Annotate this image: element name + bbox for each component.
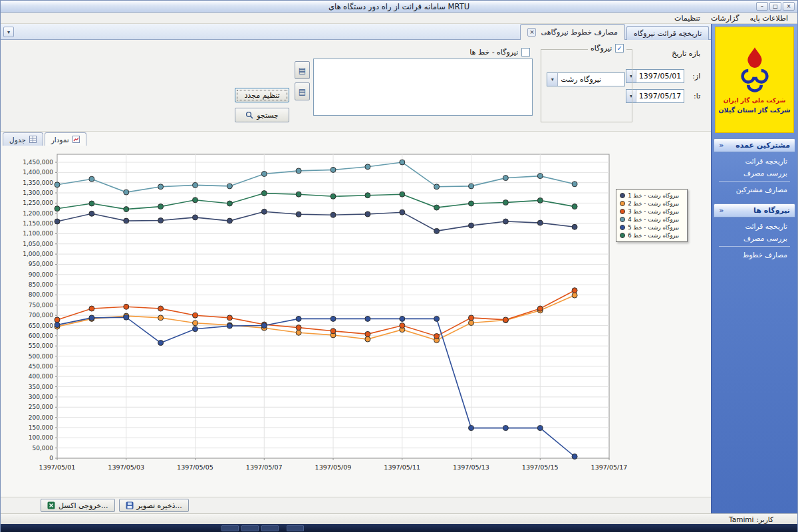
checkbox-checked-icon[interactable]: ✓ (615, 44, 624, 53)
reset-button[interactable]: تنظیم مجدد (235, 88, 289, 102)
taskbar-item[interactable] (221, 525, 239, 531)
svg-text:200,000: 200,000 (29, 414, 53, 421)
tab-chart[interactable]: نمودار (45, 132, 86, 146)
menu-item[interactable]: اطلاعات پایه (744, 13, 793, 23)
menu-item[interactable]: تنظیمات (669, 13, 706, 23)
plant-select-value: نیروگاه رشت (558, 73, 624, 86)
list-icon: ▤ (299, 66, 306, 75)
svg-text:1,000,000: 1,000,000 (23, 251, 53, 257)
menu-item[interactable]: گزارشات (706, 13, 745, 23)
table-icon (29, 136, 37, 143)
legend-label: نیروگاه رشت - خط 5 (628, 224, 679, 231)
chart-icon (72, 136, 80, 143)
save-image-button[interactable]: ذخیره تصویر... (119, 499, 189, 512)
plant-lines-checkbox[interactable]: نیروگاه - خط ها (469, 48, 530, 57)
svg-text:550,000: 550,000 (29, 342, 53, 349)
close-icon[interactable]: × (527, 28, 536, 37)
sidebar-item[interactable]: بررسی مصرف (714, 232, 795, 244)
save-image-icon (126, 501, 134, 509)
tab-table-label: جدول (9, 136, 26, 144)
from-date-value: 1397/05/01 (636, 70, 684, 82)
svg-text:950,000: 950,000 (29, 261, 53, 267)
plant-checkbox[interactable]: ✓ نیروگاه (588, 44, 626, 53)
reset-button-label: تنظیم مجدد (244, 91, 279, 100)
svg-text:800,000: 800,000 (29, 291, 53, 298)
svg-text:1397/05/07: 1397/05/07 (246, 464, 283, 471)
lines-tool-button-2[interactable]: ▤ (295, 82, 310, 100)
export-excel-label: خروجی اکسل... (59, 501, 108, 510)
nav-section-header[interactable]: نیروگاه ها« (714, 203, 795, 217)
legend-marker-icon (620, 209, 625, 214)
svg-text:0: 0 (49, 455, 53, 462)
sidebar-item[interactable]: بررسی مصرف (714, 167, 795, 179)
nav-section-title: مشترکین عمده (735, 141, 790, 150)
to-label: تا: (694, 92, 700, 100)
legend-item: نیروگاه رشت - خط 3 (620, 208, 684, 215)
document-tabs: تاریخچه قرائت نیروگاهمصارف خطوط نیروگاهی… (520, 24, 709, 40)
maximize-button[interactable]: □ (769, 2, 781, 11)
chevron-double-icon: « (719, 206, 724, 215)
logo-text-line1: شرکت ملی گاز ایران (724, 97, 786, 104)
legend-item: نیروگاه رشت - خط 1 (620, 192, 684, 199)
filter-panel: بازه تاریخ از: ▾ 1397/05/01 تا: ▾ 1397/0… (1, 40, 711, 132)
sidebar-item[interactable]: مصارف مشترکین (714, 184, 795, 196)
svg-text:600,000: 600,000 (29, 332, 53, 339)
close-button[interactable]: × (783, 2, 795, 11)
tab-chart-label: نمودار (51, 136, 69, 144)
taskbar-item[interactable] (261, 525, 279, 531)
svg-text:250,000: 250,000 (29, 404, 53, 410)
legend-label: نیروگاه رشت - خط 1 (628, 192, 679, 199)
checkbox-unchecked-icon[interactable] (521, 48, 530, 57)
svg-text:700,000: 700,000 (29, 312, 53, 319)
minimize-button[interactable]: – (756, 2, 768, 11)
legend-item: نیروگاه رشت - خط 4 (620, 216, 684, 223)
sidebar-item[interactable]: تاریخچه قرائت (714, 155, 795, 167)
to-date-value: 1397/05/17 (636, 90, 684, 102)
nav-section: نیروگاه ها«تاریخچه قرائتبررسی مصرفمصارف … (714, 203, 795, 265)
taskbar-item[interactable] (241, 525, 259, 531)
nav-sections: مشترکین عمده«تاریخچه قرائتبررسی مصرفمصار… (712, 134, 797, 265)
bottom-toolbar: خروجی اکسل... ذخیره تصویر... (1, 497, 711, 513)
svg-text:1397/05/09: 1397/05/09 (315, 464, 352, 471)
plant-lines-checkbox-label: نیروگاه - خط ها (469, 48, 518, 57)
legend-label: نیروگاه رشت - خط 4 (628, 216, 679, 223)
tab-table[interactable]: جدول (3, 132, 43, 146)
svg-text:100,000: 100,000 (29, 434, 53, 441)
excel-icon (47, 501, 55, 509)
nav-item-list: تاریخچه قرائتبررسی مصرفمصارف خطوط (714, 217, 795, 265)
document-tabstrip: ▾ تاریخچه قرائت نیروگاهمصارف خطوط نیروگا… (1, 24, 711, 40)
svg-text:1397/05/15: 1397/05/15 (522, 464, 559, 471)
legend-marker-icon (620, 201, 625, 206)
taskbar-item[interactable] (287, 525, 304, 531)
svg-text:650,000: 650,000 (29, 323, 53, 329)
search-button-label: جستجو (257, 111, 279, 120)
document-tab[interactable]: تاریخچه قرائت نیروگاه (626, 26, 709, 40)
line-chart: 050,000100,000150,000200,000250,000300,0… (1, 148, 712, 493)
divider (719, 246, 790, 247)
to-date-select[interactable]: ▾ 1397/05/17 (626, 89, 684, 103)
content-area: ▾ تاریخچه قرائت نیروگاهمصارف خطوط نیروگا… (1, 24, 711, 513)
legend-marker-icon (620, 217, 625, 222)
sidebar-item[interactable]: مصارف خطوط (714, 249, 795, 261)
tab-list-button[interactable]: ▾ (3, 27, 14, 37)
export-excel-button[interactable]: خروجی اکسل... (41, 499, 115, 512)
sidebar-item[interactable]: تاریخچه قرائت (714, 220, 795, 232)
plant-lines-listbox[interactable] (313, 59, 533, 116)
svg-text:1,200,000: 1,200,000 (23, 210, 53, 217)
tab-label: تاریخچه قرائت نیروگاه (634, 29, 702, 38)
svg-text:400,000: 400,000 (29, 373, 53, 380)
plant-select[interactable]: ▾ نیروگاه رشت (547, 72, 625, 86)
gas-company-emblem-icon (738, 47, 771, 94)
app-window: سامانه قرائت از راه دور دستگاه های MRTU … (0, 0, 798, 532)
document-tab[interactable]: مصارف خطوط نیروگاهی× (520, 24, 625, 40)
from-date-select[interactable]: ▾ 1397/05/01 (626, 69, 684, 83)
user-value: Tamimi (729, 515, 753, 523)
svg-text:1,300,000: 1,300,000 (23, 190, 53, 196)
nav-section-header[interactable]: مشترکین عمده« (714, 138, 795, 152)
chevron-down-icon[interactable]: ▾ (547, 73, 558, 86)
search-button[interactable]: جستجو (235, 108, 289, 122)
svg-text:1,450,000: 1,450,000 (23, 159, 53, 166)
lines-tool-button-1[interactable]: ▤ (295, 61, 310, 79)
search-icon (245, 111, 253, 119)
svg-text:1,250,000: 1,250,000 (23, 200, 53, 206)
